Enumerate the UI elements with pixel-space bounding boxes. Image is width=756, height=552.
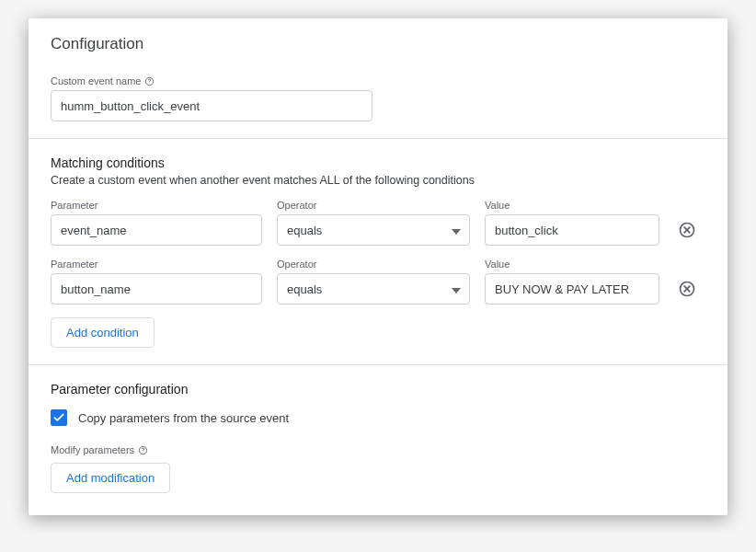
copy-parameters-label: Copy parameters from the source event [78,411,289,425]
remove-condition-button[interactable] [676,219,698,241]
param-config-heading: Parameter configuration [51,382,705,397]
operator-label: Operator [277,259,470,270]
value-label: Value [485,200,659,211]
matching-heading: Matching conditions [51,155,705,170]
divider [29,364,727,365]
configuration-panel: Configuration Custom event name Matching… [29,18,727,515]
svg-point-5 [143,452,143,453]
value-input[interactable] [485,214,659,246]
svg-point-1 [150,83,151,84]
operator-select[interactable] [277,273,470,305]
modify-parameters-label: Modify parameters [51,444,705,455]
copy-parameters-row: Copy parameters from the source event [51,409,705,426]
value-input[interactable] [485,273,659,305]
matching-sub: Create a custom event when another event… [51,174,705,187]
operator-select[interactable] [277,214,470,246]
condition-row: Parameter Operator Value [51,200,705,246]
help-icon[interactable] [144,76,155,86]
parameter-input[interactable] [51,214,262,246]
parameter-label: Parameter [51,200,262,211]
parameter-label: Parameter [51,259,262,270]
help-icon[interactable] [138,445,148,455]
divider [29,138,727,139]
copy-parameters-checkbox[interactable] [51,409,67,426]
condition-row: Parameter Operator Value [51,259,705,305]
page-title: Configuration [51,35,705,53]
value-label: Value [485,259,659,270]
custom-event-name-input[interactable] [51,90,372,121]
add-modification-button[interactable]: Add modification [51,463,170,493]
parameter-input[interactable] [51,273,262,305]
add-condition-button[interactable]: Add condition [51,317,155,348]
remove-condition-button[interactable] [676,278,698,300]
custom-event-name-field: Custom event name [51,75,372,121]
custom-event-name-label: Custom event name [51,75,372,86]
operator-label: Operator [277,200,470,211]
